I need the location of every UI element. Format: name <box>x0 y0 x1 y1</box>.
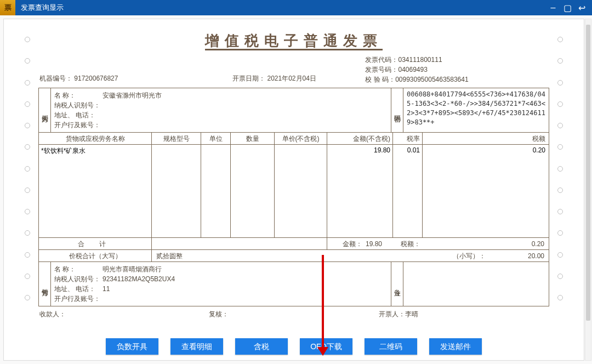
invoice-box: 购买方 名 称：安徽省滁州市明光市 纳税人识别号： 地址、 电话： 开户行及账号… <box>38 88 549 306</box>
invoice-code-value: 034111800111 <box>398 56 442 64</box>
seller-section-label: 销售方 <box>39 262 51 306</box>
capital-upper: 贰拾圆整 <box>152 250 450 261</box>
invoice-number-value: 04069493 <box>398 66 427 73</box>
titlebar: 票 发票查询显示 – ▢ ↩ <box>0 0 592 15</box>
col-unit: 单位 <box>201 133 231 144</box>
invoice-topinfo: 机器编号： 917200676827 开票日期： 2021年02月04日 发票代… <box>38 55 549 84</box>
col-amount: 金额(不含税) <box>327 133 393 144</box>
total-tax-label: 税额： <box>393 238 423 249</box>
button-bar: 负数开具 查看明细 含税 OFD下载 二维码 发送邮件 <box>4 338 584 355</box>
buyer-taxid-label: 纳税人识别号： <box>54 100 103 110</box>
maximize-button[interactable]: ▢ <box>560 1 574 15</box>
perforation-right <box>555 36 566 302</box>
buyer-bank-label: 开户行及账号： <box>54 120 103 130</box>
minimize-button[interactable]: – <box>546 1 560 15</box>
tax-included-button[interactable]: 含税 <box>235 338 288 355</box>
invoice-check-value: 00993095005463583641 <box>395 76 468 83</box>
buyer-section-label: 购买方 <box>39 88 51 132</box>
workspace: 增值税电子普通发票 机器编号： 917200676827 开票日期： 2021年… <box>0 15 592 364</box>
remark-label: 备注 <box>391 262 403 306</box>
col-qty: 数量 <box>231 133 275 144</box>
seller-addrtel-value: 11 <box>103 284 110 294</box>
back-button[interactable]: ↩ <box>574 1 589 15</box>
capital-label: 价税合计（大写） <box>39 250 152 261</box>
seller-taxid-value: 92341182MA2Q5B2UX4 <box>103 274 175 284</box>
items-header: 货物或应税劳务名称 规格型号 单位 数量 单价(不含税) 金额(不含税) 税率 … <box>39 133 549 145</box>
app-icon: 票 <box>0 0 15 15</box>
total-amount-value: 19.80 <box>366 238 393 249</box>
buyer-name-label: 名 称： <box>54 90 103 100</box>
total-row: 合 计 金额： 19.80 税额： 0.20 <box>39 238 549 250</box>
item-tax: 0.20 <box>423 145 549 237</box>
seller-addrtel-label: 地址、 电话： <box>54 284 103 294</box>
item-rate: 0.01 <box>393 145 423 237</box>
machine-no-value: 917200676827 <box>74 75 118 82</box>
capital-row: 价税合计（大写） 贰拾圆整 （小写）： 20.00 <box>39 250 549 262</box>
invoice-code-label: 发票代码： <box>365 56 398 64</box>
total-label: 合 计 <box>39 238 152 249</box>
item-qty <box>231 145 275 237</box>
invoice-check-label: 校 验 码： <box>365 76 395 83</box>
seller-name-value: 明光市喜晴烟酒商行 <box>103 264 162 274</box>
invoice-paper: 增值税电子普通发票 机器编号： 917200676827 开票日期： 2021年… <box>25 28 562 323</box>
view-detail-button[interactable]: 查看明细 <box>170 338 223 355</box>
item-price <box>275 145 327 237</box>
col-name: 货物或应税劳务名称 <box>39 133 152 144</box>
remark-body <box>403 262 549 306</box>
col-spec: 规格型号 <box>152 133 201 144</box>
machine-no-label: 机器编号： <box>39 75 72 82</box>
total-amount-label: 金额： <box>327 238 366 249</box>
item-spec <box>152 145 201 237</box>
invoice: 增值税电子普通发票 机器编号： 917200676827 开票日期： 2021年… <box>38 28 549 323</box>
issue-date-label: 开票日期： <box>232 75 265 82</box>
item-name: *软饮料*矿泉水 <box>39 145 152 237</box>
invoice-number-label: 发票号码： <box>365 66 398 73</box>
payee-label: 收款人： <box>39 310 66 318</box>
cipher-text: 006088+84017794<6555<736>+417638/045-136… <box>403 88 549 132</box>
capital-lower-label: （小写）： <box>450 250 488 261</box>
reviewer-label: 复核： <box>209 310 229 318</box>
item-unit <box>201 145 231 237</box>
issue-date-value: 2021年02月04日 <box>267 75 316 82</box>
col-tax: 税额 <box>423 133 549 144</box>
col-price: 单价(不含税) <box>275 133 327 144</box>
vertical-scrollbar[interactable] <box>585 19 591 361</box>
total-tax-value: 0.20 <box>423 238 549 249</box>
signers-row: 收款人： 复核： 开票人：李晴 <box>38 310 549 319</box>
cipher-label: 密码区 <box>391 88 403 132</box>
seller-taxid-label: 纳税人识别号： <box>54 274 103 284</box>
item-amount: 19.80 <box>327 145 393 237</box>
ofd-download-button[interactable]: OFD下载 <box>300 338 352 355</box>
issuer-value: 李晴 <box>405 310 418 318</box>
scroll-thumb[interactable] <box>586 25 590 321</box>
negative-issue-button[interactable]: 负数开具 <box>106 338 158 355</box>
send-mail-button[interactable]: 发送邮件 <box>429 338 482 355</box>
issuer-label: 开票人： <box>379 310 405 318</box>
window-title: 发票查询显示 <box>21 3 64 13</box>
capital-lower-value: 20.00 <box>488 250 549 261</box>
document-viewport: 增值税电子普通发票 机器编号： 917200676827 开票日期： 2021年… <box>3 19 584 361</box>
seller-bank-label: 开户行及账号： <box>54 294 103 304</box>
invoice-title: 增值税电子普通发票 <box>38 31 549 52</box>
buyer-name-value: 安徽省滁州市明光市 <box>103 90 162 100</box>
items-body: *软饮料*矿泉水 19.80 0.01 0.20 <box>39 145 549 238</box>
seller-name-label: 名 称： <box>54 264 103 274</box>
col-rate: 税率 <box>393 133 423 144</box>
perforation-left <box>22 36 33 302</box>
buyer-addrtel-label: 地址、 电话： <box>54 110 103 120</box>
qr-code-button[interactable]: 二维码 <box>365 338 417 355</box>
